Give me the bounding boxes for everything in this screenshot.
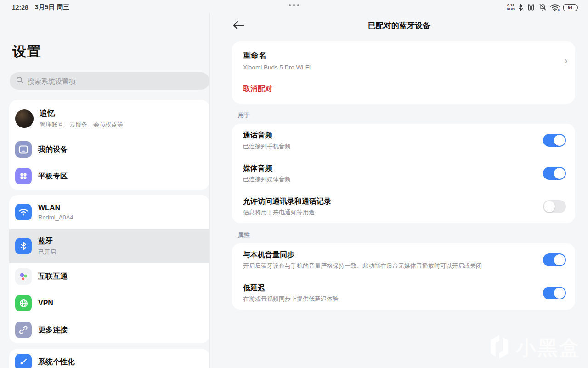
sidebar-item-vpn[interactable]: VPN [9,290,209,316]
status-bar: 12:28 3月5日 周三 0.28 KB/s [0,0,588,13]
avatar [15,109,34,128]
grid-dots-icon [15,168,32,184]
sidebar-item-my-device[interactable]: 我的设备 [9,136,209,163]
globe-icon [15,295,32,311]
sidebar-item-system-personalization[interactable]: 系统个性化 [9,349,209,368]
bluetooth-icon [15,238,32,254]
rename-label: 重命名 [243,50,555,61]
link-icon [15,322,32,338]
chevron-right-icon: › [564,55,568,66]
earbuds-status-icon [526,4,536,11]
toggle-row-call-audio: 通话音频 已连接到手机音频 [232,124,575,157]
toggle-switch-call-audio[interactable] [543,134,566,147]
profile-item[interactable]: 追忆 管理账号、云服务、会员权益等 [9,100,209,136]
search-input[interactable] [28,77,203,85]
network-speed: 0.28 KB/s [507,4,515,11]
usage-card: 通话音频 已连接到手机音频 媒体音频 已连接到媒体音频 允许访问通讯录和通话记录… [232,124,575,223]
sidebar-title: 设置 [0,13,209,61]
rename-row[interactable]: 重命名 Xiaomi Buds 5 Pro Wi-Fi › [232,41,575,71]
back-button[interactable] [232,19,244,31]
mute-bell-icon [539,4,547,11]
wifi-status-icon: 6 [550,4,560,12]
sidebar-item-interconnect[interactable]: 互联互通 [9,263,209,290]
status-date: 3月5日 周三 [35,3,69,12]
wifi-icon [15,204,32,220]
toggle-switch-media-audio[interactable] [543,167,566,180]
toggle-row-low-latency: 低延迟 在游戏音视频同步上提供低延迟体验 [232,276,575,310]
unpair-button[interactable]: 取消配对 [232,71,575,104]
battery-icon: 64 [563,4,577,11]
interconnect-icon [15,268,32,285]
toggle-row-media-audio: 媒体音频 已连接到媒体音频 [232,157,575,190]
sidebar-item-pad-zone[interactable]: 平板专区 [9,163,209,190]
device-card: 重命名 Xiaomi Buds 5 Pro Wi-Fi › 取消配对 [232,41,575,104]
panel-header: 已配对的蓝牙设备 [210,13,588,38]
wlan-network-name: Redmi_A0A4 [38,214,74,221]
section-label-usage: 用于 [238,111,575,120]
properties-card: 与本机音量同步 开启后蓝牙设备与手机的音量严格保持一致。此功能在后台无媒体音播放… [232,243,575,310]
sidebar-item-wlan[interactable]: WLAN Redmi_A0A4 [9,195,209,229]
bluetooth-status-icon [518,4,523,11]
toggle-switch-low-latency[interactable] [543,287,566,299]
search-icon [16,76,24,86]
page-title: 已配对的蓝牙设备 [210,20,588,31]
bluetooth-device-panel: 已配对的蓝牙设备 重命名 Xiaomi Buds 5 Pro Wi-Fi › 取… [210,13,588,368]
bluetooth-state: 已开启 [38,248,56,256]
settings-sidebar: 设置 追忆 管理账号、云服务、会员权益等 我的设备 平板专区 [0,13,210,368]
tablet-icon [15,141,32,158]
toggle-switch-contacts-access[interactable] [543,200,566,213]
search-bar[interactable] [10,72,209,90]
profile-subtitle: 管理账号、云服务、会员权益等 [40,121,123,129]
sidebar-item-more-connections[interactable]: 更多连接 [9,316,209,343]
svg-text:6: 6 [558,8,560,11]
toggle-row-volume-sync: 与本机音量同步 开启后蓝牙设备与手机的音量严格保持一致。此功能在后台无媒体音播放… [232,243,575,276]
brush-icon [15,354,32,368]
device-name: Xiaomi Buds 5 Pro Wi-Fi [243,64,555,71]
section-label-properties: 属性 [238,231,575,239]
toggle-row-contacts-access: 允许访问通讯录和通话记录 信息将用于来电通知等用途 [232,190,575,223]
account-card: 追忆 管理账号、云服务、会员权益等 我的设备 平板专区 [9,100,209,190]
personalization-card: 系统个性化 [9,349,209,368]
toggle-switch-volume-sync[interactable] [543,253,566,266]
profile-name: 追忆 [40,108,123,119]
sidebar-item-bluetooth[interactable]: 蓝牙 已开启 [9,229,209,263]
status-time: 12:28 [12,4,28,11]
connectivity-card: WLAN Redmi_A0A4 蓝牙 已开启 互联互通 VPN [9,195,209,343]
camera-cutout-dots [289,4,299,6]
